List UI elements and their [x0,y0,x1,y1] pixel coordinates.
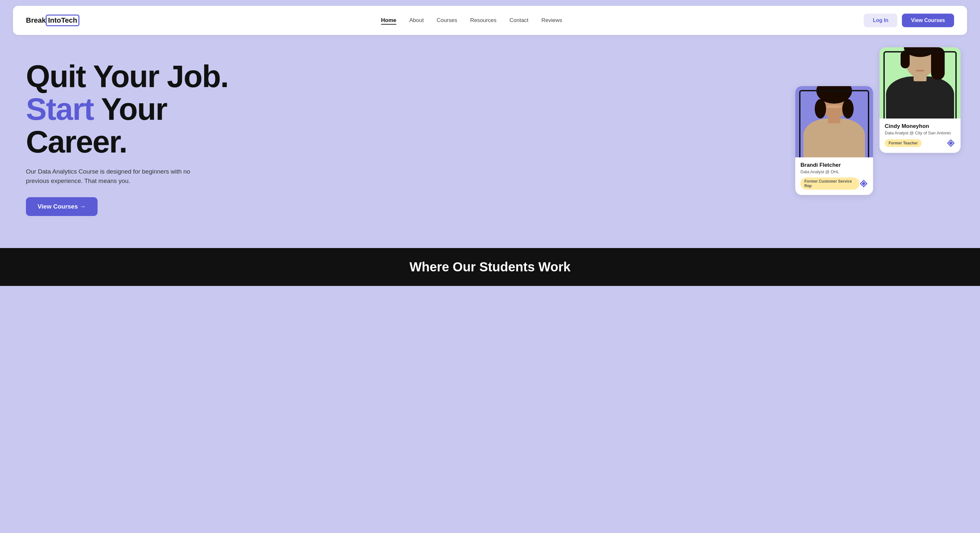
nav-link-home[interactable]: Home [381,17,396,25]
logo-text-before: Break [26,16,46,25]
navbar: Break IntoTech Home About Courses Resour… [13,6,967,35]
hero-headline-line2: Your [94,92,167,126]
card-role-brandi: Data Analyst @ DHL [800,169,868,174]
bottom-banner-heading: Where Our Students Work [26,260,954,274]
logo-text-highlight: IntoTech [46,14,80,26]
hero-text: Quit Your Job. Start Your Career. Our Da… [26,60,228,216]
profile-card-cindy: Cindy Moneyhon Data Analyst @ City of Sa… [880,47,961,153]
login-button[interactable]: Log In [864,14,897,27]
hero-headline-line1: Quit Your Job. [26,59,228,94]
card-role-cindy: Data Analyst @ City of San Antonio [885,130,955,135]
hero-subtext: Our Data Analytics Course is designed fo… [26,167,214,186]
card-name-cindy: Cindy Moneyhon [885,123,955,130]
nav-item-reviews[interactable]: Reviews [541,17,562,24]
card-footer-brandi: Former Customer Service Rep [800,178,868,190]
nav-item-resources[interactable]: Resources [470,17,496,24]
nav-link-reviews[interactable]: Reviews [541,17,562,23]
nav-item-home[interactable]: Home [381,17,396,24]
profile-card-brandi: Brandi Fletcher Data Analyst @ DHL Forme… [795,86,873,195]
nav-actions: Log In View Courses [864,14,954,27]
card-footer-cindy: Former Teacher [885,139,955,148]
nav-item-contact[interactable]: Contact [509,17,528,24]
diamond-icon-cindy [946,139,955,148]
nav-item-courses[interactable]: Courses [436,17,457,24]
nav-item-about[interactable]: About [409,17,423,24]
card-tag-cindy: Former Teacher [885,139,922,147]
logo[interactable]: Break IntoTech [26,14,80,26]
card-body-brandi: Brandi Fletcher Data Analyst @ DHL Forme… [795,157,873,195]
nav-link-about[interactable]: About [409,17,423,23]
bottom-banner: Where Our Students Work [0,248,980,286]
card-name-brandi: Brandi Fletcher [800,162,868,168]
hero-headline: Quit Your Job. Start Your Career. [26,60,228,158]
nav-link-courses[interactable]: Courses [436,17,457,23]
profile-cards-area: Brandi Fletcher Data Analyst @ DHL Forme… [795,47,961,195]
diamond-icon-brandi [859,179,868,188]
hero-headline-start: Start [26,92,94,126]
hero-headline-line3: Career. [26,124,127,159]
card-body-cindy: Cindy Moneyhon Data Analyst @ City of Sa… [880,119,961,153]
view-courses-hero-button[interactable]: View Courses → [26,197,97,216]
nav-link-contact[interactable]: Contact [509,17,528,23]
nav-links: Home About Courses Resources Contact Rev… [381,17,562,24]
card-image-cindy [880,47,961,119]
card-tag-brandi: Former Customer Service Rep [800,178,859,190]
nav-link-resources[interactable]: Resources [470,17,496,23]
hero-section: Quit Your Job. Start Your Career. Our Da… [0,41,980,241]
view-courses-nav-button[interactable]: View Courses [902,14,954,27]
card-image-brandi [795,86,873,157]
